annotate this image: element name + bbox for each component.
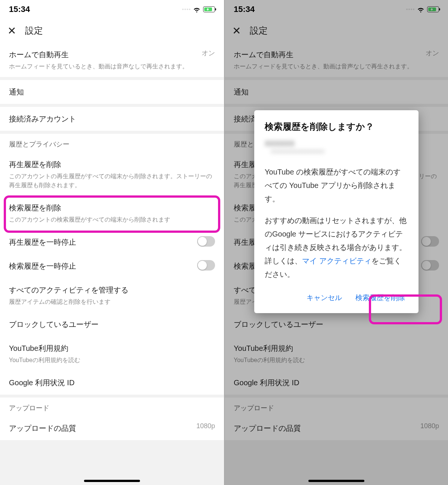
row-desc: YouTubeの利用規約を読む (234, 356, 439, 365)
confirm-dialog: 検索履歴を削除しますか？ XXXXXX xxxxxxxxxxxxxxxxxx Y… (254, 110, 419, 313)
dialog-body-1: YouTube の検索履歴がすべての端末のすべての YouTube アプリから削… (265, 165, 408, 206)
row-title: ホームで自動再生 (234, 49, 413, 61)
row-desc: このアカウントの再生履歴がすべての端末から削除されます。ストーリーの再生履歴も削… (9, 172, 215, 190)
toggle-pause-search (421, 260, 439, 271)
row-title: ブロックしているユーザー (9, 318, 215, 330)
nav-bar: ✕ 設定 (225, 19, 448, 43)
row-value: オン (426, 49, 439, 58)
home-indicator[interactable] (308, 480, 364, 482)
row-title: YouTube利用規約 (9, 342, 215, 354)
screen-right: 15:34 ✕ 設定 ホームで自動再生 ホームフィードを見ているとき、動画は音声… (224, 0, 448, 485)
status-time: 15:34 (234, 4, 255, 14)
row-autoplay[interactable]: ホームで自動再生 ホームフィードを見ているとき、動画は音声なしで再生されます。 … (0, 43, 224, 77)
row-value: オン (202, 49, 215, 58)
toggle-pause-search[interactable] (197, 260, 215, 271)
status-bar: 15:34 (0, 0, 224, 19)
close-icon[interactable]: ✕ (232, 25, 241, 37)
row-upload-quality[interactable]: アップロードの品質 1080p (0, 416, 224, 440)
row-title: ブロックしているユーザー (234, 318, 439, 330)
section-header-upload: アップロード (0, 398, 224, 416)
dialog-my-activity-link[interactable]: マイ アクティビティ (302, 257, 371, 265)
status-right (406, 5, 439, 13)
row-pause-search-history[interactable]: 検索履歴を一時停止 (0, 254, 224, 278)
section-header-upload: アップロード (225, 398, 448, 416)
row-upload-quality: アップロードの品質 1080p (225, 416, 448, 440)
row-title: アップロードの品質 (234, 422, 301, 434)
row-pause-watch-history[interactable]: 再生履歴を一時停止 (0, 230, 224, 254)
status-right (182, 5, 215, 13)
toggle-pause-watch (421, 236, 439, 247)
toggle-pause-watch[interactable] (197, 236, 215, 247)
dialog-title: 検索履歴を削除しますか？ (265, 121, 408, 133)
nav-title: 設定 (25, 25, 43, 37)
dialog-cancel-button[interactable]: キャンセル (304, 289, 345, 306)
row-value: 1080p (196, 422, 215, 430)
row-desc: 履歴アイテムの確認と削除を行います (9, 297, 215, 306)
settings-content[interactable]: ホームで自動再生 ホームフィードを見ているとき、動画は音声なしで再生されます。 … (0, 43, 224, 440)
wifi-icon (417, 5, 425, 13)
home-indicator[interactable] (84, 480, 140, 482)
row-youtube-terms[interactable]: YouTube利用規約 YouTubeの利用規約を読む (0, 336, 224, 371)
dialog-body-2: おすすめの動画はリセットされますが、他のGoogle サービスにおけるアクティビ… (265, 214, 408, 281)
row-title: Google 利用状況 ID (9, 377, 215, 389)
dialog-actions: キャンセル 検索履歴を削除 (265, 289, 408, 306)
row-title: 通知 (234, 86, 439, 98)
row-manage-activity[interactable]: すべてのアクティビティを管理する 履歴アイテムの確認と削除を行います (0, 278, 224, 312)
row-google-usage-id[interactable]: Google 利用状況 ID (0, 371, 224, 395)
row-youtube-terms: YouTube利用規約 YouTubeの利用規約を読む (225, 336, 448, 371)
row-title: 通知 (9, 86, 215, 98)
row-notifications[interactable]: 通知 (0, 80, 224, 104)
row-title: すべてのアクティビティを管理する (9, 284, 215, 296)
cell-signal-icon (182, 9, 190, 10)
row-autoplay: ホームで自動再生 ホームフィードを見ているとき、動画は音声なしで再生されます。 … (225, 43, 448, 77)
row-desc: ホームフィードを見ているとき、動画は音声なしで再生されます。 (234, 62, 413, 71)
close-icon[interactable]: ✕ (7, 25, 16, 37)
cell-signal-icon (406, 9, 414, 10)
row-blocked-users: ブロックしているユーザー (225, 312, 448, 336)
row-title: 検索履歴を削除 (9, 202, 215, 214)
row-value: 1080p (420, 422, 439, 430)
row-clear-watch-history[interactable]: 再生履歴を削除 このアカウントの再生履歴がすべての端末から削除されます。ストーリ… (0, 152, 224, 196)
battery-icon (203, 6, 215, 12)
nav-bar: ✕ 設定 (0, 19, 224, 43)
row-connected-accounts[interactable]: 接続済みアカウント (0, 107, 224, 131)
nav-title: 設定 (250, 25, 268, 37)
row-google-usage-id: Google 利用状況 ID (225, 371, 448, 395)
section-header-privacy: 履歴とプライバシー (0, 134, 224, 152)
row-desc: YouTubeの利用規約を読む (9, 356, 215, 365)
wifi-icon (193, 5, 201, 13)
row-title: YouTube利用規約 (234, 342, 439, 354)
row-desc: このアカウントの検索履歴がすべての端末から削除されます (9, 215, 215, 224)
dialog-confirm-button[interactable]: 検索履歴を削除 (352, 289, 408, 306)
row-title: アップロードの品質 (9, 422, 76, 434)
status-bar: 15:34 (225, 0, 448, 19)
dialog-account-info: XXXXXX xxxxxxxxxxxxxxxxxx (265, 139, 408, 155)
row-title: ホームで自動再生 (9, 49, 188, 61)
row-title: Google 利用状況 ID (234, 377, 439, 389)
row-title: 再生履歴を削除 (9, 158, 215, 170)
row-title: 接続済みアカウント (9, 113, 215, 125)
row-desc: ホームフィードを見ているとき、動画は音声なしで再生されます。 (9, 62, 188, 71)
status-time: 15:34 (9, 4, 30, 14)
row-notifications: 通知 (225, 80, 448, 104)
row-blocked-users[interactable]: ブロックしているユーザー (0, 312, 224, 336)
screen-left: 15:34 ✕ 設定 ホームで自動再生 ホームフィードを見ているとき、動画は音声… (0, 0, 224, 485)
row-title: 再生履歴を一時停止 (9, 236, 76, 248)
row-clear-search-history[interactable]: 検索履歴を削除 このアカウントの検索履歴がすべての端末から削除されます (0, 196, 224, 230)
battery-icon (427, 6, 439, 12)
row-title: 検索履歴を一時停止 (9, 260, 76, 272)
